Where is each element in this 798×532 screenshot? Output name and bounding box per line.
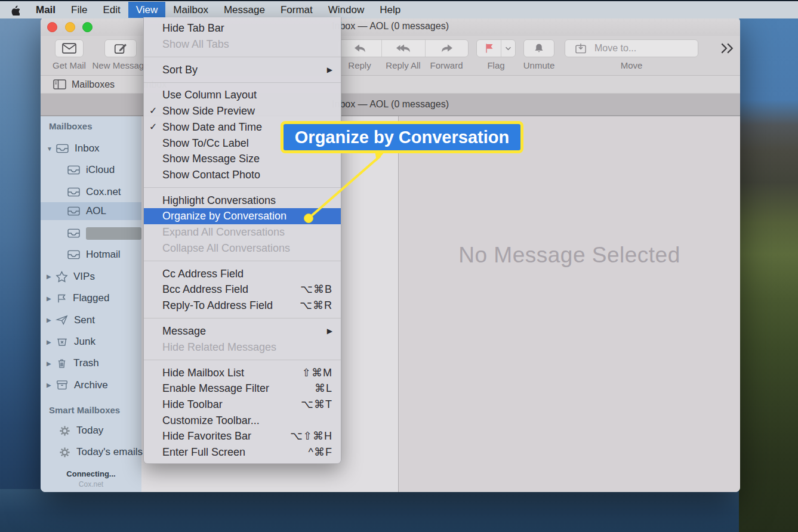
sidebar-item-label: Trash [73, 357, 99, 369]
sidebar-item-hotmail[interactable]: Hotmail [41, 246, 141, 264]
disclosure-closed-icon[interactable]: ▶ [47, 273, 56, 280]
flag-dropdown-button[interactable] [501, 40, 515, 57]
sidebar-item-aol[interactable]: AOL [41, 202, 141, 220]
forward-button[interactable] [425, 40, 468, 57]
disclosure-closed-icon[interactable]: ▶ [47, 295, 56, 302]
sidebar-item-flagged[interactable]: ▶Flagged [41, 289, 141, 307]
mailbox-sidebar: Mailboxes▼InboxiCloudCox.netAOLHotmail▶V… [41, 116, 141, 492]
menu-item-show-side-preview[interactable]: Show Side Preview [144, 103, 341, 119]
flag-label: Flag [476, 60, 516, 70]
menubar-item-view[interactable]: View [128, 2, 166, 18]
sidebar-item-label: Sent [74, 314, 95, 326]
mailboxes-toggle[interactable]: Mailboxes [53, 79, 115, 90]
apple-menu[interactable] [0, 5, 28, 16]
menu-item-bcc-address-field[interactable]: Bcc Address Field⌥⌘B [144, 282, 341, 298]
menu-item-enter-full-screen[interactable]: Enter Full Screen^⌘F [144, 444, 341, 460]
menubar-item-format[interactable]: Format [273, 2, 321, 18]
reply-button[interactable] [338, 40, 381, 57]
reply-label: Reply [338, 60, 381, 70]
menu-item-use-column-layout[interactable]: Use Column Layout [144, 87, 341, 103]
menu-item-sort-by[interactable]: Sort By▶ [144, 62, 341, 78]
menu-item-hide-toolbar[interactable]: Hide Toolbar⌥⌘T [144, 397, 341, 413]
sidebar-item-junk[interactable]: ▶Junk [41, 333, 141, 351]
menu-item-hide-mailbox-list[interactable]: Hide Mailbox List⇧⌘M [144, 365, 341, 381]
disclosure-closed-icon[interactable]: ▶ [47, 382, 56, 388]
menubar-item-window[interactable]: Window [321, 2, 372, 18]
menu-item-cc-address-field[interactable]: Cc Address Field [144, 266, 341, 282]
sidebar-item-vips[interactable]: ▶VIPs [41, 268, 141, 286]
zoom-window-button[interactable] [82, 22, 93, 32]
sidebar-item-cox-net[interactable]: Cox.net [41, 183, 141, 201]
menu-separator [144, 318, 341, 318]
menu-separator [144, 57, 341, 57]
close-window-button[interactable] [47, 22, 57, 32]
reply-button-group [338, 39, 469, 57]
menu-item-hide-related-messages: Hide Related Messages [144, 339, 341, 355]
disclosure-closed-icon[interactable]: ▶ [47, 360, 56, 367]
menu-item-highlight-conversations[interactable]: Highlight Conversations [144, 193, 341, 209]
reply-all-label: Reply All [381, 60, 425, 70]
sidebar-item-label: Junk [74, 336, 95, 348]
menubar-item-mailbox[interactable]: Mailbox [165, 2, 216, 18]
menu-item-shortcut: ⌥⇧⌘H [290, 428, 332, 444]
sidebar-item-label: Cox.net [86, 186, 121, 198]
compose-icon [113, 42, 128, 55]
menu-item-label: Show Message Size [162, 151, 260, 167]
connection-account: Cox.net [41, 480, 141, 488]
get-mail-group: Get Mail [49, 39, 90, 70]
sidebar-item-label: Today [76, 425, 103, 437]
menu-item-label: Message [162, 323, 206, 339]
star-icon [56, 271, 68, 283]
menu-item-hide-tab-bar[interactable]: Hide Tab Bar [144, 20, 341, 36]
disclosure-closed-icon[interactable]: ▶ [47, 339, 56, 345]
menu-item-enable-message-filter[interactable]: Enable Message Filter⌘L [144, 381, 341, 397]
move-to-button[interactable]: Move to... [565, 39, 698, 57]
menu-item-expand-all-conversations: Expand All Conversations [144, 224, 341, 240]
sidebar-item-redacted[interactable] [41, 224, 141, 242]
get-mail-label: Get Mail [53, 60, 86, 70]
menubar-item-file[interactable]: File [63, 2, 95, 18]
menu-item-message[interactable]: Message▶ [144, 323, 341, 339]
apple-logo-icon [11, 5, 20, 16]
menu-item-customize-toolbar[interactable]: Customize Toolbar... [144, 413, 341, 429]
menubar-item-message[interactable]: Message [216, 2, 273, 18]
menu-item-label: Show Date and Time [162, 119, 262, 135]
callout-dot [304, 214, 313, 223]
forward-label: Forward [425, 60, 468, 70]
menu-item-shortcut: ^⌘F [309, 444, 332, 460]
submenu-arrow-icon: ▶ [327, 62, 332, 78]
flag-button[interactable] [477, 40, 501, 57]
menu-item-hide-favorites-bar[interactable]: Hide Favorites Bar⌥⇧⌘H [144, 428, 341, 444]
unmute-button[interactable] [523, 39, 554, 57]
get-mail-button[interactable] [55, 39, 84, 57]
menu-item-collapse-all-conversations: Collapse All Conversations [144, 240, 341, 256]
unmute-label: Unmute [523, 60, 555, 70]
menubar-item-edit[interactable]: Edit [95, 2, 128, 18]
menu-item-show-contact-photo[interactable]: Show Contact Photo [144, 167, 341, 183]
menu-item-show-message-size[interactable]: Show Message Size [144, 151, 341, 167]
toolbar-overflow-button[interactable] [720, 39, 734, 57]
sidebar-item-archive[interactable]: ▶Archive [41, 376, 141, 394]
menu-separator [144, 82, 341, 83]
reply-group-labels: Reply Reply All Forward [338, 60, 468, 70]
sidebar-item-today[interactable]: Today [41, 422, 141, 440]
disclosure-open-icon[interactable]: ▼ [47, 146, 56, 152]
minimize-window-button[interactable] [65, 22, 75, 32]
sidebar-item-trash[interactable]: ▶Trash [41, 354, 141, 372]
sidebar-item-today-s-emails[interactable]: Today's emails [41, 443, 141, 461]
reply-arrow-icon [352, 42, 368, 54]
reply-all-button[interactable] [381, 40, 425, 57]
sidebar-item-sent[interactable]: ▶Sent [41, 311, 141, 329]
sidebar-header-mailboxes: Mailboxes [49, 121, 93, 131]
menu-item-reply-to-address-field[interactable]: Reply-To Address Field⌥⌘R [144, 298, 341, 314]
new-message-button[interactable] [104, 39, 137, 57]
menu-item-label: Collapse All Conversations [162, 240, 290, 256]
menubar-item-mail[interactable]: Mail [28, 2, 63, 18]
flag-group-labels: Flag [476, 60, 516, 70]
sidebar-item-icloud[interactable]: iCloud [41, 161, 141, 179]
menubar-item-help[interactable]: Help [372, 2, 408, 18]
flag-button-group [476, 39, 516, 57]
sidebar-item-inbox[interactable]: ▼Inbox [41, 140, 141, 157]
disclosure-closed-icon[interactable]: ▶ [47, 317, 56, 323]
flag-icon [483, 42, 495, 54]
